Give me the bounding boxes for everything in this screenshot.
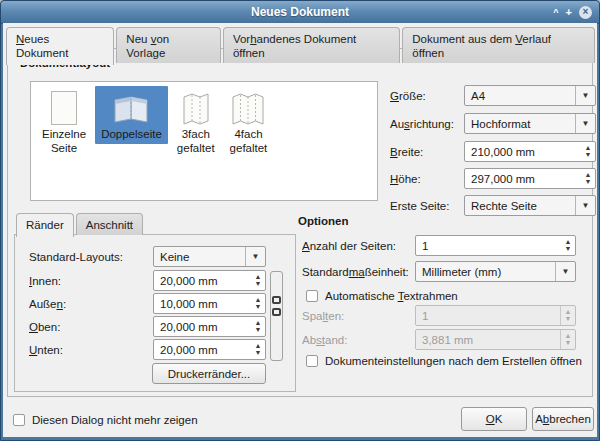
layout-item-label: 4fach gefaltet	[230, 127, 268, 155]
main-tabbar: Neues Dokument Neu von Vorlage Vorhanden…	[6, 27, 597, 63]
spin-down-icon: ▼	[585, 152, 592, 159]
layout-item-4-fold[interactable]: 4fach gefaltet	[224, 86, 274, 158]
spin-down-icon: ▼	[255, 281, 262, 288]
spinner-arrows[interactable]: ▲▼	[561, 236, 575, 255]
maximize-icon[interactable]: +	[566, 7, 572, 18]
open-settings-label: Dokumenteinstellungen nach dem Erstellen…	[325, 355, 582, 367]
spinner-arrows[interactable]: ▲▼	[251, 294, 265, 313]
spinner-arrows[interactable]: ▲▼	[581, 142, 595, 161]
dont-show-again-row[interactable]: Diesen Dialog nicht mehr zeigen	[13, 412, 198, 427]
window-title: Neues Dokument	[251, 5, 349, 19]
spin-down-icon: ▼	[585, 179, 592, 186]
unit-label: Standardmaßeinheit:	[302, 266, 415, 278]
chevron-down-icon[interactable]: ▼	[555, 262, 575, 281]
unit-dropdown[interactable]: Millimeter (mm) ▼	[415, 261, 576, 282]
trifold-icon	[183, 88, 209, 125]
margins-panel: Standard-Layouts: Keine ▼ Innen: 20,000 …	[14, 234, 296, 392]
spin-down-icon: ▼	[565, 316, 572, 323]
spinner-arrows[interactable]: ▲▼	[581, 169, 595, 188]
width-label: Breite:	[390, 146, 464, 158]
chevron-down-icon[interactable]: ▼	[575, 196, 595, 215]
outer-margin-label: Außen:	[29, 298, 153, 310]
bottom-margin-spinbox[interactable]: 20,000 mm ▲▼	[153, 339, 266, 360]
tab-neues-dokument[interactable]: Neues Dokument	[6, 27, 114, 65]
spin-down-icon: ▼	[565, 340, 572, 347]
spinner-arrows[interactable]: ▲▼	[251, 271, 265, 290]
spinner-arrows[interactable]: ▲▼	[251, 340, 265, 359]
ok-button[interactable]: OK	[461, 407, 527, 431]
options-title: Optionen	[298, 215, 348, 227]
open-settings-checkbox[interactable]	[306, 355, 318, 367]
cancel-button[interactable]: Abbrechen	[532, 407, 594, 431]
open-settings-row[interactable]: Dokumenteinstellungen nach dem Erstellen…	[306, 353, 582, 368]
layout-item-label: 3fach gefaltet	[177, 127, 215, 155]
num-pages-spinbox[interactable]: 1 ▲▼	[415, 235, 576, 256]
link-margins-widget[interactable]	[270, 271, 283, 361]
spin-down-icon: ▼	[255, 350, 262, 357]
tab-panel: Dokumentlayout Einzelne Seite	[7, 48, 593, 397]
spin-down-icon: ▼	[565, 246, 572, 253]
dont-show-again-checkbox[interactable]	[13, 414, 25, 426]
first-page-label: Erste Seite:	[390, 200, 464, 212]
orientation-label: Ausrichtung:	[390, 118, 464, 130]
height-spinbox[interactable]: 297,000 mm ▲▼	[464, 168, 596, 189]
printer-margins-button[interactable]: Druckerränder...	[152, 363, 266, 384]
size-dropdown[interactable]: A4 ▼	[464, 85, 596, 106]
spin-down-icon: ▼	[255, 327, 262, 334]
layout-item-label: Doppelseite	[101, 127, 162, 141]
facing-pages-icon	[113, 88, 149, 125]
chevron-down-icon[interactable]: ▼	[575, 86, 595, 105]
layout-item-label: Einzelne Seite	[42, 127, 86, 155]
dialog-content: Neues Dokument Neu von Vorlage Vorhanden…	[3, 23, 597, 437]
inner-margin-spinbox[interactable]: 20,000 mm ▲▼	[153, 270, 266, 291]
top-margin-spinbox[interactable]: 20,000 mm ▲▼	[153, 316, 266, 337]
tab-vorhandenes-dokument[interactable]: Vorhandenes Dokument öffnen	[223, 27, 400, 63]
fourfold-icon	[232, 88, 264, 125]
outer-margin-spinbox[interactable]: 10,000 mm ▲▼	[153, 293, 266, 314]
dont-show-again-label: Diesen Dialog nicht mehr zeigen	[32, 414, 198, 426]
gap-label: Abstand:	[302, 334, 415, 346]
margins-tabbar: Ränder Anschnitt	[16, 213, 145, 235]
layout-item-3-fold[interactable]: 3fach gefaltet	[171, 86, 221, 158]
top-margin-label: Oben:	[29, 321, 153, 333]
single-page-icon	[51, 88, 77, 125]
preset-label: Standard-Layouts:	[29, 251, 153, 263]
chevron-down-icon[interactable]: ▼	[245, 247, 265, 266]
gap-spinbox: 3,881 mm ▲▼	[415, 329, 576, 350]
preset-dropdown[interactable]: Keine ▼	[153, 246, 266, 267]
chain-link-icon	[272, 296, 281, 304]
size-label: Größe:	[390, 90, 464, 102]
inner-margin-label: Innen:	[29, 275, 153, 287]
orientation-dropdown[interactable]: Hochformat ▼	[464, 113, 596, 134]
shade-icon[interactable]: ^	[553, 7, 558, 18]
layout-item-single-page[interactable]: Einzelne Seite	[36, 86, 92, 158]
auto-text-frames-label: Automatische Textrahmen	[325, 290, 458, 302]
tab-neu-von-vorlage[interactable]: Neu von Vorlage	[116, 27, 221, 63]
window-controls: ^ + ×	[553, 1, 592, 23]
height-label: Höhe:	[390, 173, 464, 185]
new-document-dialog: Neues Dokument ^ + × Neues Dokument Neu …	[0, 0, 600, 441]
columns-spinbox: 1 ▲▼	[415, 305, 576, 326]
spinner-arrows: ▲▼	[560, 330, 575, 349]
spinner-arrows[interactable]: ▲▼	[251, 317, 265, 336]
auto-text-frames-row[interactable]: Automatische Textrahmen	[306, 288, 458, 303]
close-icon[interactable]: ×	[579, 6, 592, 19]
tab-raender[interactable]: Ränder	[16, 213, 74, 237]
layout-listbox[interactable]: Einzelne Seite Doppelseite	[30, 81, 378, 201]
auto-text-frames-checkbox[interactable]	[306, 290, 318, 302]
titlebar[interactable]: Neues Dokument ^ + ×	[1, 1, 599, 24]
num-pages-label: Anzahl der Seiten:	[302, 240, 415, 252]
layout-item-double-page[interactable]: Doppelseite	[95, 86, 168, 144]
spin-down-icon: ▼	[255, 304, 262, 311]
chain-link-icon	[272, 308, 281, 316]
columns-label: Spalten:	[302, 310, 415, 322]
chevron-down-icon[interactable]: ▼	[575, 114, 595, 133]
tab-anschnitt[interactable]: Anschnitt	[76, 213, 143, 235]
tab-dokument-verlauf[interactable]: Dokument aus dem Verlauf öffnen	[402, 27, 595, 63]
bottom-margin-label: Unten:	[29, 344, 153, 356]
width-spinbox[interactable]: 210,000 mm ▲▼	[464, 141, 596, 162]
first-page-dropdown[interactable]: Rechte Seite ▼	[464, 195, 596, 216]
spinner-arrows: ▲▼	[560, 306, 575, 325]
